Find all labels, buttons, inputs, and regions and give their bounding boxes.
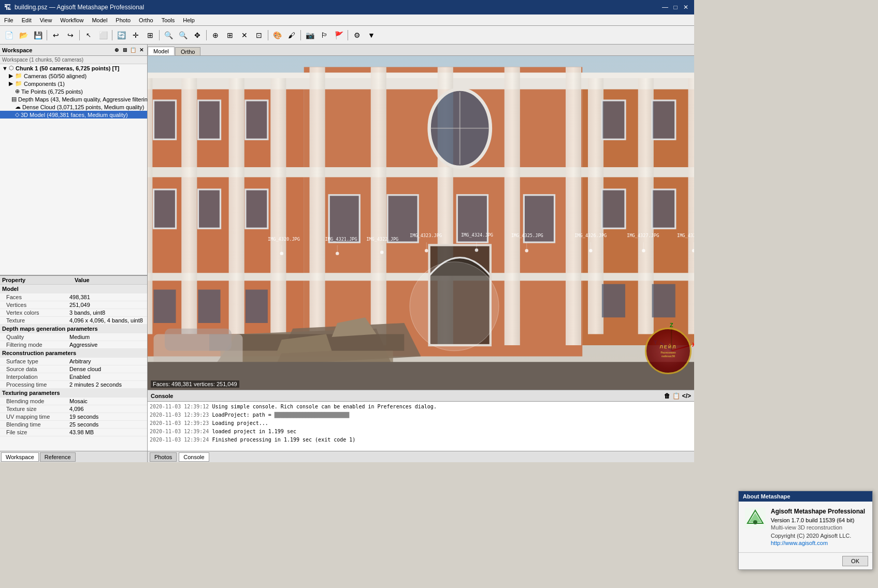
svg-rect-15 xyxy=(505,67,520,346)
main-layout: Workspace ⊕ ⊞ 📋 ✕ Workspace (1 chunks, 5… xyxy=(0,45,694,462)
tab-ortho[interactable]: Ortho xyxy=(175,47,201,55)
console-btn-clear[interactable]: 🗑 xyxy=(664,392,670,400)
bottom-panel: Console 🗑 📋 </> 2020-11-03 12:39:12 Usin… xyxy=(148,390,694,462)
tree-cameras[interactable]: ▶ 📁 Cameras (50/50 aligned) xyxy=(0,72,147,80)
tree-components[interactable]: ▶ 📁 Components (1) xyxy=(0,80,147,87)
ws-tab-workspace[interactable]: Workspace xyxy=(1,452,39,462)
viewport[interactable]: Perspective: 3D Snap: Axis, 3D xyxy=(148,56,694,390)
toolbar-camera[interactable]: 📷 xyxy=(303,28,316,42)
properties-table: Model Faces 498,381 Vertices 251,049 Ver… xyxy=(0,285,147,436)
svg-text:IMG_4328.JPG: IMG_4328.JPG xyxy=(677,233,694,238)
ws-tab-reference[interactable]: Reference xyxy=(40,452,76,462)
toolbar-markers[interactable]: ⊕ xyxy=(209,28,222,42)
menu-tools[interactable]: Tools xyxy=(157,16,179,24)
svg-text:IMG_4324.JPG: IMG_4324.JPG xyxy=(461,232,493,238)
svg-rect-66 xyxy=(165,329,232,351)
svg-rect-58 xyxy=(652,284,675,318)
menu-edit[interactable]: Edit xyxy=(18,16,36,24)
toolbar-delete[interactable]: ✕ xyxy=(238,28,251,42)
svg-rect-55 xyxy=(652,189,675,228)
tree-components-label: Components (1) xyxy=(24,81,65,87)
chunk-icon: ⬡ xyxy=(9,65,14,71)
toolbar-fit[interactable]: ⊡ xyxy=(252,28,266,42)
svg-rect-53 xyxy=(602,189,625,228)
toolbar-save[interactable]: 💾 xyxy=(31,28,45,42)
toolbar-move[interactable]: ✛ xyxy=(129,28,142,42)
svg-rect-10 xyxy=(229,78,244,334)
cameras-icon: 📁 xyxy=(15,72,22,79)
svg-text:IMG_4326.JPG: IMG_4326.JPG xyxy=(574,233,607,238)
tree-tiepoints[interactable]: ⊕ Tie Points (6,725 points) xyxy=(0,87,147,95)
console-btn-settings[interactable]: </> xyxy=(682,392,691,400)
components-icon: 📁 xyxy=(15,80,22,87)
toolbar-open[interactable]: 📂 xyxy=(17,28,30,42)
toolbar-zoom-out[interactable]: 🔍 xyxy=(176,28,190,42)
prop-row-filesize: File size 43.98 MB xyxy=(0,429,147,436)
svg-rect-24 xyxy=(246,100,268,139)
watermark-seal: ЛЕЙЛ Распознано radiosai.56 xyxy=(645,328,692,374)
maximize-button[interactable]: □ xyxy=(671,3,680,11)
toolbar-undo[interactable]: ↩ xyxy=(49,28,63,42)
toolbar-more[interactable]: ▼ xyxy=(365,28,378,42)
toolbar-redo[interactable]: ↪ xyxy=(64,28,77,42)
toolbar-rect-select[interactable]: ⬜ xyxy=(96,28,110,42)
toolbar-view2[interactable]: 🚩 xyxy=(332,28,346,42)
menu-help[interactable]: Help xyxy=(179,16,199,24)
console-header-btns: 🗑 📋 </> xyxy=(664,392,691,400)
toolbar-paint[interactable]: 🖌 xyxy=(285,28,298,42)
console-content[interactable]: 2020-11-03 12:39:12 Using simple console… xyxy=(148,402,694,451)
tree-model[interactable]: ◇ 3D Model (498,381 faces, Medium qualit… xyxy=(0,111,147,119)
toolbar-settings[interactable]: ⚙ xyxy=(350,28,364,42)
console-tab-photos[interactable]: Photos xyxy=(150,452,177,462)
svg-text:Z: Z xyxy=(670,322,673,328)
prop-value-faces: 498,381 xyxy=(67,293,147,301)
tab-model[interactable]: Model xyxy=(148,47,175,55)
expand-tie-icon xyxy=(8,89,13,95)
workspace-btn3[interactable]: 📋 xyxy=(129,47,137,54)
menu-workflow[interactable]: Workflow xyxy=(56,16,88,24)
prop-value-blendtime: 25 seconds xyxy=(67,421,147,429)
prop-name-source: Source data xyxy=(0,365,67,373)
prop-header-property: Property xyxy=(2,277,73,283)
tree-densecloud[interactable]: ☁ Dense Cloud (3,071,125 points, Medium … xyxy=(0,103,147,111)
prop-section-model: Model xyxy=(0,285,147,293)
minimize-button[interactable]: — xyxy=(661,3,669,11)
svg-rect-19 xyxy=(688,78,695,334)
menu-model[interactable]: Model xyxy=(88,16,111,24)
toolbar-rotate[interactable]: 🔄 xyxy=(114,28,128,42)
svg-text:IMG_4322.JPG: IMG_4322.JPG xyxy=(366,237,398,242)
prop-name-uvtime: UV mapping time xyxy=(0,413,67,421)
tree-depthmaps[interactable]: ▤ Depth Maps (43, Medium quality, Aggres… xyxy=(0,95,147,103)
prop-row-vertices: Vertices 251,049 xyxy=(0,301,147,309)
console-btn-copy[interactable]: 📋 xyxy=(672,392,680,400)
tree-chunk[interactable]: ▼ ⬡ Chunk 1 (50 cameras, 6,725 points) [… xyxy=(0,64,147,72)
console-line-3: 2020-11-03 12:39:23 Loading project... xyxy=(150,419,692,428)
toolbar-new[interactable]: 📄 xyxy=(2,28,16,42)
svg-rect-32 xyxy=(154,290,176,324)
prop-value-texture: 4,096 x 4,096, 4 bands, uint8 xyxy=(67,317,147,325)
console-line-1: 2020-11-03 12:39:12 Using simple console… xyxy=(150,403,692,411)
workspace-btn2[interactable]: ⊞ xyxy=(121,47,128,54)
toolbar-select[interactable]: ↖ xyxy=(82,28,95,42)
menu-file[interactable]: File xyxy=(0,16,18,24)
prop-name-surface: Surface type xyxy=(0,358,67,365)
toolbar-texture[interactable]: 🎨 xyxy=(270,28,284,42)
toolbar-zoom-in[interactable]: 🔍 xyxy=(162,28,175,42)
menu-photo[interactable]: Photo xyxy=(111,16,135,24)
close-button[interactable]: ✕ xyxy=(682,3,690,11)
toolbar-scale[interactable]: ⊞ xyxy=(143,28,157,42)
console-header: Console 🗑 📋 </> xyxy=(148,390,694,402)
prop-name-vertices: Vertices xyxy=(0,301,67,309)
menu-view[interactable]: View xyxy=(36,16,56,24)
console-line-5: 2020-11-03 12:39:24 Finished processing … xyxy=(150,436,692,444)
workspace-btn1[interactable]: ⊕ xyxy=(113,47,120,54)
workspace-close[interactable]: ✕ xyxy=(138,47,145,54)
menu-ortho[interactable]: Ortho xyxy=(135,16,157,24)
toolbar-sep3 xyxy=(112,30,112,40)
prop-value-quality: Medium xyxy=(67,333,147,341)
toolbar-scalebar[interactable]: ⊞ xyxy=(223,28,237,42)
console-tab-console[interactable]: Console xyxy=(179,452,209,462)
toolbar-view1[interactable]: 🏳 xyxy=(318,28,331,42)
toolbar-pan[interactable]: ✥ xyxy=(191,28,204,42)
svg-rect-51 xyxy=(652,100,675,139)
